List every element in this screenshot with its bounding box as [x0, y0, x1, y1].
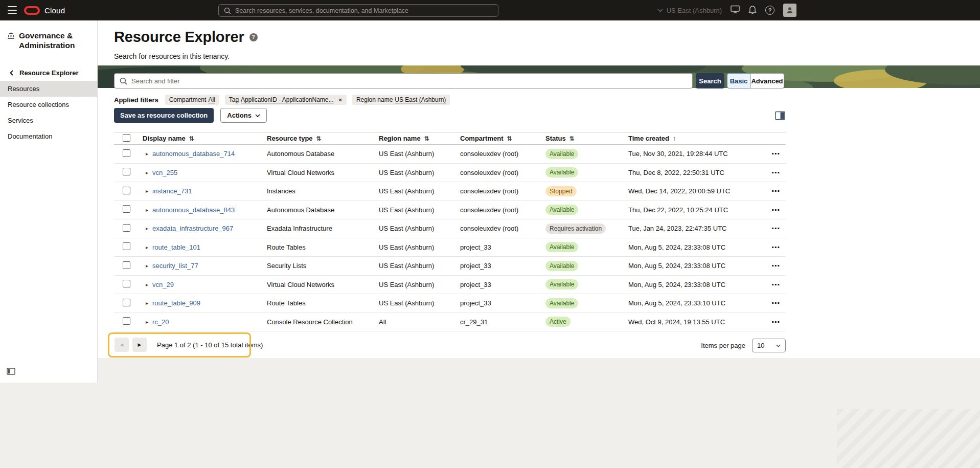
- compartment-cell: project_33: [460, 281, 545, 288]
- filter-value[interactable]: ApplicationID - ApplicationName...: [241, 96, 333, 103]
- sort-icon[interactable]: [316, 135, 322, 142]
- help-icon[interactable]: ?: [765, 6, 774, 15]
- time-created-cell: Mon, Aug 5, 2024, 23:33:10 UTC: [628, 299, 765, 307]
- sidebar-item-resource-collections[interactable]: Resource collections: [0, 97, 97, 113]
- row-checkbox[interactable]: [123, 242, 130, 250]
- status-cell: Available: [545, 261, 628, 271]
- sidebar-item-services[interactable]: Services: [0, 113, 97, 128]
- global-search-input[interactable]: [235, 7, 493, 14]
- row-actions-menu[interactable]: ⋯: [771, 261, 780, 271]
- sort-icon[interactable]: [569, 135, 575, 142]
- row-menu-cell: ⋯: [765, 317, 786, 327]
- resource-search-input[interactable]: [131, 77, 687, 85]
- filter-value[interactable]: US East (Ashburn): [395, 96, 446, 103]
- row-actions-menu[interactable]: ⋯: [771, 149, 780, 159]
- close-icon[interactable]: ✕: [338, 97, 343, 103]
- resource-link[interactable]: instance_731: [152, 187, 192, 195]
- sort-icon[interactable]: [189, 135, 194, 142]
- row-checkbox[interactable]: [123, 168, 130, 175]
- resource-search[interactable]: [114, 73, 693, 88]
- row-checkbox[interactable]: [123, 280, 130, 287]
- row-checkbox-cell: [114, 149, 143, 159]
- expand-row-icon[interactable]: ▸: [146, 188, 148, 194]
- filter-chip-tag[interactable]: Tag ApplicationID - ApplicationName... ✕: [225, 95, 347, 105]
- column-resource-type: Resource type: [267, 135, 379, 142]
- sidebar-back-nav[interactable]: Resource Explorer: [10, 69, 79, 77]
- column-label: Resource type: [267, 135, 313, 142]
- resource-link[interactable]: exadata_infrastructure_967: [152, 225, 233, 232]
- resource-link[interactable]: autonomous_database_843: [152, 206, 235, 214]
- time-created-cell: Tue, Nov 30, 2021, 19:28:44 UTC: [628, 150, 765, 158]
- row-checkbox[interactable]: [123, 187, 130, 194]
- display-name-cell: ▸autonomous_database_714: [143, 150, 267, 158]
- compartment-cell: project_33: [460, 243, 545, 251]
- sort-icon[interactable]: [507, 135, 512, 142]
- expand-row-icon[interactable]: ▸: [146, 207, 148, 213]
- expand-row-icon[interactable]: ▸: [146, 282, 148, 287]
- row-checkbox[interactable]: [123, 205, 130, 213]
- sort-icon[interactable]: [424, 135, 429, 142]
- sidebar-item-resources[interactable]: Resources: [0, 81, 97, 97]
- resource-link[interactable]: security_list_77: [152, 262, 198, 270]
- resource-link[interactable]: vcn_29: [152, 281, 174, 288]
- resource-link[interactable]: vcn_255: [152, 169, 177, 176]
- region-name-cell: US East (Ashburn): [379, 206, 460, 214]
- filter-chip-compartment[interactable]: Compartment All: [165, 95, 219, 105]
- row-checkbox[interactable]: [123, 299, 130, 306]
- row-actions-menu[interactable]: ⋯: [771, 186, 780, 196]
- resource-link[interactable]: autonomous_database_714: [152, 150, 235, 158]
- save-as-resource-collection-button[interactable]: Save as resource collection: [114, 108, 214, 123]
- collapse-panel-icon[interactable]: [7, 368, 15, 377]
- actions-button[interactable]: Actions: [220, 108, 267, 123]
- items-per-page-select[interactable]: 10: [752, 339, 786, 352]
- filter-prefix: Tag: [229, 96, 239, 103]
- oracle-cloud-logo[interactable]: Cloud: [24, 0, 65, 20]
- row-actions-menu[interactable]: ⋯: [771, 298, 780, 308]
- expand-row-icon[interactable]: ▸: [146, 263, 148, 269]
- hamburger-menu-icon[interactable]: [8, 6, 17, 14]
- basic-mode-button[interactable]: Basic: [727, 73, 750, 88]
- cloud-shell-icon[interactable]: [731, 5, 740, 15]
- expand-row-icon[interactable]: ▸: [146, 226, 148, 231]
- compartment-cell: consoleuxdev (root): [460, 206, 545, 214]
- expand-row-icon[interactable]: ▸: [146, 300, 148, 306]
- compartment-cell: consoleuxdev (root): [460, 187, 545, 195]
- page-help-icon[interactable]: ?: [249, 33, 258, 41]
- sidebar-section-header: Governance & Administration: [7, 31, 85, 50]
- select-all-checkbox[interactable]: [123, 134, 130, 142]
- row-checkbox[interactable]: [123, 224, 130, 232]
- expand-row-icon[interactable]: ▸: [146, 319, 148, 325]
- row-actions-menu[interactable]: ⋯: [771, 242, 780, 252]
- sort-asc-icon[interactable]: [673, 135, 676, 142]
- row-actions-menu[interactable]: ⋯: [771, 205, 780, 215]
- expand-row-icon[interactable]: ▸: [146, 151, 148, 157]
- expand-row-icon[interactable]: ▸: [146, 244, 148, 250]
- filter-value[interactable]: All: [208, 96, 215, 103]
- filter-chip-region[interactable]: Region name US East (Ashburn): [352, 95, 450, 105]
- status-badge: Requires activation: [545, 224, 606, 234]
- notifications-bell-icon[interactable]: [748, 5, 757, 16]
- sidebar-item-documentation[interactable]: Documentation: [0, 128, 97, 144]
- status-cell: Available: [545, 279, 628, 289]
- region-selector[interactable]: US East (Ashburn): [657, 7, 722, 14]
- search-button[interactable]: Search: [696, 73, 724, 88]
- column-settings-icon[interactable]: [773, 109, 787, 122]
- region-name-cell: US East (Ashburn): [379, 262, 460, 270]
- user-avatar[interactable]: [783, 4, 796, 17]
- resource-link[interactable]: route_table_101: [152, 243, 200, 251]
- resource-link[interactable]: rc_20: [152, 318, 169, 326]
- row-actions-menu[interactable]: ⋯: [771, 317, 780, 327]
- row-checkbox[interactable]: [123, 149, 130, 157]
- status-badge: Available: [545, 167, 578, 177]
- row-checkbox[interactable]: [123, 317, 130, 325]
- advanced-mode-button[interactable]: Advanced: [750, 73, 784, 88]
- row-checkbox[interactable]: [123, 261, 130, 269]
- global-search[interactable]: [218, 4, 498, 17]
- row-actions-menu[interactable]: ⋯: [771, 168, 780, 177]
- expand-row-icon[interactable]: ▸: [146, 170, 148, 175]
- row-actions-menu[interactable]: ⋯: [771, 224, 780, 233]
- column-label: Compartment: [460, 135, 504, 142]
- resource-link[interactable]: route_table_909: [152, 299, 200, 307]
- time-created-cell: Thu, Dec 8, 2022, 22:50:31 UTC: [628, 169, 765, 176]
- row-actions-menu[interactable]: ⋯: [771, 280, 780, 289]
